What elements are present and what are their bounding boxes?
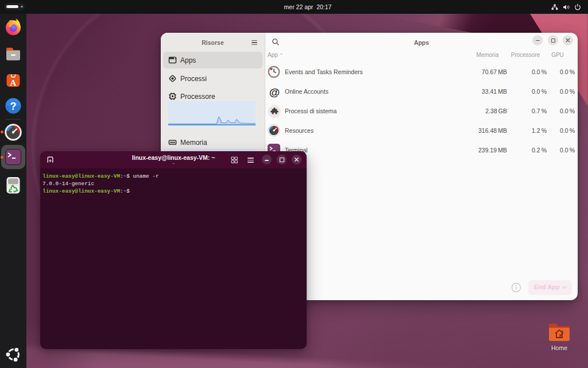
svg-text:?: ? [10, 101, 17, 112]
svg-text:A: A [10, 78, 17, 87]
svg-text:@: @ [269, 86, 280, 98]
